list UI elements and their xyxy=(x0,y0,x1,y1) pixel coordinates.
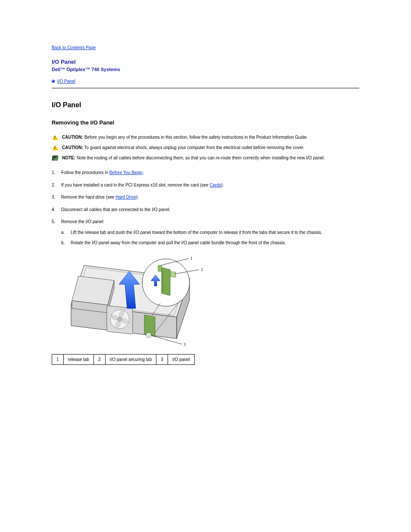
caution-body: To guard against electrical shock, alway… xyxy=(84,145,305,150)
step-text: . xyxy=(143,170,144,175)
caution-text: CAUTION: To guard against electrical sho… xyxy=(62,145,304,151)
svg-text:1: 1 xyxy=(190,256,193,261)
caution-label: CAUTION: xyxy=(62,145,83,150)
caution-body: Before you begin any of the procedures i… xyxy=(84,135,308,140)
label-text: I/O panel xyxy=(168,354,195,364)
step-text: Remove the I/O panel: xyxy=(61,219,104,224)
note-body: Note the routing of all cables before di… xyxy=(77,156,325,160)
sub-step: Rotate the I/O panel away from the compu… xyxy=(61,240,359,246)
procedure-steps: Follow the procedures in Before You Begi… xyxy=(52,170,359,246)
svg-marker-13 xyxy=(171,271,176,277)
back-to-contents-link[interactable]: Back to Contents Page xyxy=(52,45,96,52)
io-panel-diagram: 1 2 3 xyxy=(52,252,233,352)
step-text: ). xyxy=(221,183,224,187)
step: Remove the hard drive (see Hard Drive). xyxy=(52,194,359,201)
figure: 1 2 3 1 release tab 2 I/O panel securing… xyxy=(52,252,359,365)
note-label: NOTE: xyxy=(62,156,75,160)
step: If you have installed a card in the PCI … xyxy=(52,182,359,189)
caution-notice: CAUTION: To guard against electrical sho… xyxy=(52,145,359,151)
note-text: NOTE: Note the routing of all cables bef… xyxy=(62,155,325,161)
before-you-begin-link[interactable]: Before You Begin xyxy=(109,170,143,175)
svg-point-8 xyxy=(118,317,122,321)
toc: I/O Panel xyxy=(52,79,359,84)
page-title: I/O Panel xyxy=(52,59,359,65)
table-row: 1 release tab 2 I/O panel securing tab 3… xyxy=(52,354,195,364)
cards-link[interactable]: Cards xyxy=(210,183,221,187)
caution-icon xyxy=(52,145,59,151)
svg-rect-14 xyxy=(158,265,162,271)
step-text: Follow the procedures in xyxy=(61,170,109,175)
caution-notice: CAUTION: Before you begin any of the pro… xyxy=(52,134,359,140)
bullet-icon xyxy=(52,80,55,83)
section-heading: I/O Panel xyxy=(52,101,359,109)
note-notice: NOTE: Note the routing of all cables bef… xyxy=(52,155,359,161)
page-subtitle: Dell™ Optiplex™ 740 Systems xyxy=(52,67,359,72)
step: Remove the I/O panel: Lift the release t… xyxy=(52,219,359,246)
note-icon xyxy=(52,155,59,161)
caution-icon xyxy=(52,134,59,140)
step-text: Remove the hard drive (see xyxy=(61,195,115,199)
step: Disconnect all cables that are connected… xyxy=(52,207,359,213)
caution-text: CAUTION: Before you begin any of the pro… xyxy=(62,134,308,140)
label-num: 3 xyxy=(156,354,168,364)
toc-item: I/O Panel xyxy=(52,79,359,84)
divider xyxy=(52,88,359,88)
svg-point-10 xyxy=(146,333,151,338)
caution-label: CAUTION: xyxy=(62,135,83,140)
sub-steps: Lift the release tab and push the I/O pa… xyxy=(61,230,359,246)
step-text: ). xyxy=(136,195,139,199)
step-text: If you have installed a card in the PCI … xyxy=(61,183,210,187)
step-text: Disconnect all cables that are connected… xyxy=(61,207,171,212)
figure-label-table: 1 release tab 2 I/O panel securing tab 3… xyxy=(52,354,195,365)
label-text: release tab xyxy=(63,354,93,364)
sub-step: Lift the release tab and push the I/O pa… xyxy=(61,230,359,236)
svg-text:3: 3 xyxy=(184,342,186,347)
step: Follow the procedures in Before You Begi… xyxy=(52,170,359,176)
section-subheading: Removing the I/O Panel xyxy=(52,119,359,126)
sub-step-text: Lift the release tab and push the I/O pa… xyxy=(71,230,322,235)
svg-text:2: 2 xyxy=(201,267,203,272)
hard-drive-link[interactable]: Hard Drive xyxy=(115,195,136,199)
sub-step-text: Rotate the I/O panel away from the compu… xyxy=(71,240,286,245)
label-num: 2 xyxy=(94,354,106,364)
label-num: 1 xyxy=(52,354,64,364)
label-text: I/O panel securing tab xyxy=(105,354,156,364)
toc-link-io-panel[interactable]: I/O Panel xyxy=(57,79,75,84)
svg-marker-3 xyxy=(72,276,114,305)
